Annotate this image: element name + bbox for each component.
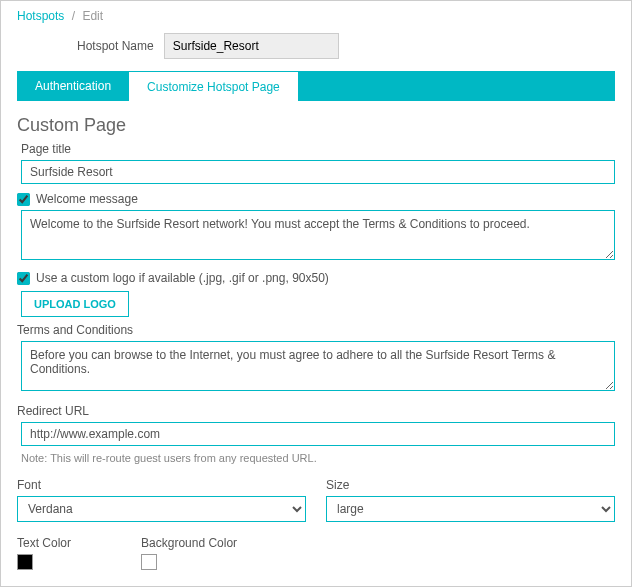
- size-select[interactable]: large: [326, 496, 615, 522]
- redirect-input[interactable]: [21, 422, 615, 446]
- tab-authentication[interactable]: Authentication: [17, 71, 129, 101]
- font-label: Font: [17, 478, 306, 492]
- breadcrumb: Hotspots / Edit: [17, 9, 615, 23]
- size-label: Size: [326, 478, 615, 492]
- tab-customize-hotspot-page[interactable]: Customize Hotspot Page: [129, 71, 298, 101]
- font-select[interactable]: Verdana: [17, 496, 306, 522]
- terms-label: Terms and Conditions: [17, 323, 615, 337]
- welcome-textarea[interactable]: [21, 210, 615, 260]
- logo-checkbox[interactable]: [17, 272, 30, 285]
- breadcrumb-root[interactable]: Hotspots: [17, 9, 64, 23]
- breadcrumb-sep: /: [72, 9, 75, 23]
- welcome-checkbox[interactable]: [17, 193, 30, 206]
- bg-color-label: Background Color: [141, 536, 237, 550]
- terms-textarea[interactable]: [21, 341, 615, 391]
- logo-checkbox-label: Use a custom logo if available (.jpg, .g…: [36, 271, 329, 285]
- page-title-input[interactable]: [21, 160, 615, 184]
- tab-bar: Authentication Customize Hotspot Page: [17, 71, 615, 101]
- hotspot-name-label: Hotspot Name: [77, 39, 154, 53]
- breadcrumb-current: Edit: [82, 9, 103, 23]
- welcome-checkbox-label: Welcome message: [36, 192, 138, 206]
- redirect-note: Note: This will re-route guest users fro…: [21, 452, 615, 464]
- text-color-swatch[interactable]: [17, 554, 33, 570]
- hotspot-name-input[interactable]: [164, 33, 339, 59]
- section-title: Custom Page: [17, 115, 615, 136]
- text-color-label: Text Color: [17, 536, 71, 550]
- bg-color-swatch[interactable]: [141, 554, 157, 570]
- page-title-label: Page title: [21, 142, 615, 156]
- upload-logo-button[interactable]: UPLOAD LOGO: [21, 291, 129, 317]
- redirect-label: Redirect URL: [17, 404, 615, 418]
